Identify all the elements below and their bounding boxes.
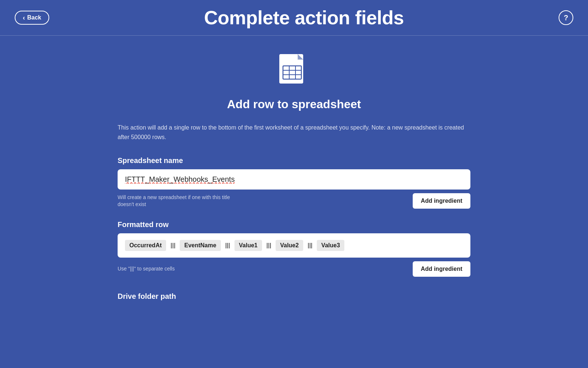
formatted-row-input-container[interactable]: OccurredAt ||| EventName ||| Value1 ||| …	[118, 233, 470, 258]
header: ‹ Back Complete action fields ?	[0, 0, 588, 36]
formatted-row-add-ingredient-button[interactable]: Add ingredient	[413, 261, 470, 277]
ingredient-tag-event-name[interactable]: EventName	[180, 240, 220, 251]
spreadsheet-icon	[277, 50, 311, 87]
formatted-row-section: Formatted row OccurredAt ||| EventName |…	[118, 220, 470, 277]
drive-folder-section: Drive folder path	[118, 289, 470, 305]
back-label: Back	[27, 14, 41, 21]
ingredient-tag-occurred-at[interactable]: OccurredAt	[125, 240, 166, 251]
ingredient-tag-value2[interactable]: Value2	[276, 240, 303, 251]
ingredient-tag-value1[interactable]: Value1	[234, 240, 262, 251]
separator-4: |||	[306, 242, 314, 249]
separator-3: |||	[265, 242, 273, 249]
spreadsheet-name-input[interactable]	[125, 175, 463, 184]
spreadsheet-name-input-container	[118, 169, 470, 190]
drive-folder-label: Drive folder path	[118, 292, 470, 301]
back-button[interactable]: ‹ Back	[15, 11, 49, 25]
help-icon: ?	[564, 14, 568, 22]
action-description: This action will add a single row to the…	[118, 123, 470, 142]
spreadsheet-name-label: Spreadsheet name	[118, 156, 470, 165]
spreadsheet-name-hint: Will create a new spreadsheet if one wit…	[118, 194, 235, 208]
action-subtitle: Add row to spreadsheet	[227, 98, 361, 111]
chevron-left-icon: ‹	[23, 14, 25, 21]
action-icon-container	[277, 50, 311, 89]
separator-2: |||	[224, 242, 232, 249]
page-title: Complete action fields	[204, 7, 404, 29]
main-content: Add row to spreadsheet This action will …	[0, 36, 588, 332]
formatted-row-label: Formatted row	[118, 220, 470, 229]
formatted-row-footer: Use "|||" to separate cells Add ingredie…	[118, 261, 470, 277]
spreadsheet-name-section: Spreadsheet name Will create a new sprea…	[118, 156, 470, 209]
help-button[interactable]: ?	[559, 10, 573, 25]
separator-1: |||	[169, 242, 177, 249]
ingredient-tag-value3[interactable]: Value3	[317, 240, 344, 251]
spreadsheet-add-ingredient-button[interactable]: Add ingredient	[413, 193, 470, 209]
spreadsheet-name-footer: Will create a new spreadsheet if one wit…	[118, 193, 470, 209]
formatted-row-hint: Use "|||" to separate cells	[118, 265, 175, 273]
